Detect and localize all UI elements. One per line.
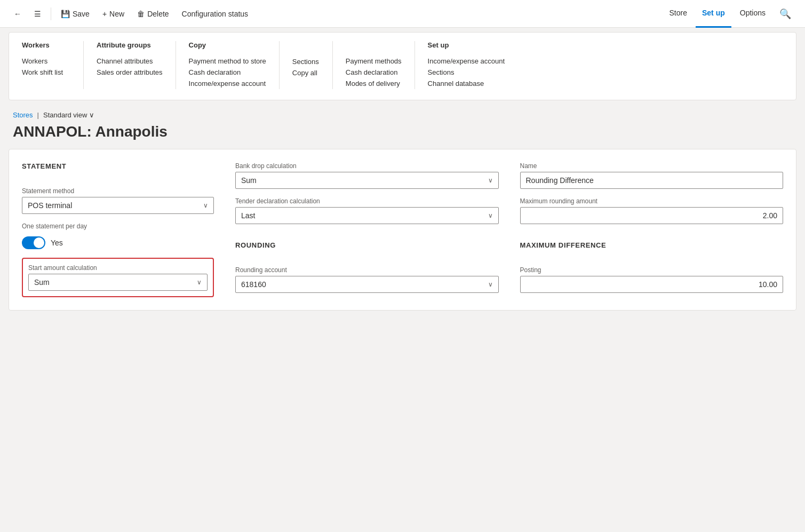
- statement-section-title: STATEMENT: [22, 162, 214, 170]
- rounding-account-chevron-icon: ∨: [488, 281, 493, 288]
- rounding-section-title: ROUNDING: [235, 241, 499, 249]
- bank-drop-col: Bank drop calculation Sum ∨ Tender decla…: [235, 162, 499, 297]
- view-chevron-icon: ∨: [89, 111, 94, 119]
- menu-item-channel-attributes[interactable]: Channel attributes: [97, 55, 163, 67]
- tab-options-label: Options: [740, 9, 766, 17]
- one-statement-toggle[interactable]: [22, 236, 45, 249]
- view-label: Standard view: [43, 111, 87, 119]
- name-input[interactable]: [520, 172, 784, 189]
- form-card: STATEMENT Statement method POS terminal …: [9, 149, 796, 311]
- search-button[interactable]: 🔍: [774, 5, 796, 23]
- menu-group-setup-left: Set up Payment methods Cash declaration …: [333, 41, 415, 89]
- menu-group-attribute: Attribute groups Channel attributes Sale…: [84, 41, 176, 89]
- tab-store-label: Store: [669, 9, 687, 17]
- menu-group-setup-right-title: Set up: [428, 41, 505, 49]
- menu-group-copy-right: Sections Copy all: [280, 41, 333, 89]
- start-amount-label: Start amount calculation: [28, 264, 208, 272]
- mega-menu: Workers Workers Work shift list Attribut…: [9, 32, 796, 100]
- tab-setup[interactable]: Set up: [696, 0, 731, 28]
- start-amount-highlight-box: Start amount calculation Sum ∨: [22, 258, 214, 297]
- start-amount-chevron-icon: ∨: [197, 279, 202, 286]
- breadcrumb: Stores | Standard view ∨: [0, 105, 805, 121]
- breadcrumb-separator: |: [37, 111, 39, 119]
- rounding-account-value: 618160: [241, 280, 266, 289]
- menu-group-setup-right: Set up Income/expense account Sections C…: [415, 41, 518, 89]
- statement-method-label: Statement method: [22, 187, 214, 195]
- menu-item-cash-declaration-copy[interactable]: Cash declaration: [189, 67, 266, 78]
- menu-item-payment-method-to-store[interactable]: Payment method to store: [189, 55, 266, 67]
- tab-setup-label: Set up: [702, 9, 725, 17]
- one-statement-label: One statement per day: [22, 223, 214, 230]
- menu-group-copy-title: Copy: [189, 41, 266, 49]
- max-rounding-label: Maximum rounding amount: [520, 197, 784, 205]
- statement-method-chevron-icon: ∨: [203, 202, 208, 209]
- new-icon: +: [102, 10, 107, 18]
- menu-item-modes-of-delivery[interactable]: Modes of delivery: [346, 78, 402, 89]
- tab-options[interactable]: Options: [734, 0, 772, 28]
- menu-item-sections-copy[interactable]: Sections: [292, 56, 320, 67]
- name-col: Name Maximum rounding amount MAXIMUM DIF…: [520, 162, 784, 297]
- toggle-row: Yes: [22, 236, 214, 249]
- sep1: [51, 7, 51, 20]
- posting-label: Posting: [520, 266, 784, 274]
- tender-decl-chevron-icon: ∨: [488, 212, 493, 219]
- back-icon: ←: [14, 10, 21, 18]
- toggle-knob: [34, 237, 44, 248]
- tab-store[interactable]: Store: [663, 0, 694, 28]
- bank-drop-chevron-icon: ∨: [488, 177, 493, 184]
- new-label: New: [109, 10, 124, 18]
- menu-item-sales-order-attributes[interactable]: Sales order attributes: [97, 67, 163, 78]
- hamburger-button[interactable]: ☰: [29, 6, 46, 21]
- delete-label: Delete: [147, 10, 169, 18]
- bank-drop-value: Sum: [241, 176, 257, 185]
- menu-group-workers: Workers Workers Work shift list: [9, 41, 84, 89]
- toolbar: ← ☰ 💾 Save + New 🗑 Delete Configuration …: [0, 0, 805, 28]
- menu-item-work-shift-list[interactable]: Work shift list: [22, 67, 70, 78]
- statement-method-value: POS terminal: [28, 201, 72, 210]
- rounding-account-label: Rounding account: [235, 266, 499, 274]
- menu-item-income-expense-copy[interactable]: Income/expense account: [189, 78, 266, 89]
- rounding-account-select[interactable]: 618160 ∨: [235, 276, 499, 293]
- menu-item-cash-declaration-setup[interactable]: Cash declaration: [346, 67, 402, 78]
- save-label: Save: [73, 10, 90, 18]
- max-rounding-input[interactable]: [520, 207, 784, 224]
- config-status-button[interactable]: Configuration status: [177, 6, 254, 21]
- menu-item-income-expense-setup[interactable]: Income/expense account: [428, 55, 505, 67]
- statement-col: STATEMENT Statement method POS terminal …: [22, 162, 214, 297]
- menu-item-workers[interactable]: Workers: [22, 55, 70, 67]
- bank-drop-label: Bank drop calculation: [235, 162, 499, 170]
- max-diff-section-title: MAXIMUM DIFFERENCE: [520, 241, 784, 249]
- config-status-label: Configuration status: [182, 10, 249, 18]
- save-icon: 💾: [61, 10, 70, 18]
- menu-item-sections-setup[interactable]: Sections: [428, 67, 505, 78]
- menu-group-attribute-title: Attribute groups: [97, 41, 163, 49]
- menu-item-channel-database[interactable]: Channel database: [428, 78, 505, 89]
- start-amount-value: Sum: [34, 278, 50, 287]
- tender-decl-label: Tender declaration calculation: [235, 197, 499, 205]
- breadcrumb-stores-link[interactable]: Stores: [13, 111, 33, 119]
- posting-input[interactable]: [520, 276, 784, 293]
- back-button[interactable]: ←: [9, 6, 27, 21]
- menu-item-copy-all[interactable]: Copy all: [292, 67, 320, 78]
- save-button[interactable]: 💾 Save: [55, 6, 95, 21]
- name-label: Name: [520, 162, 784, 170]
- delete-button[interactable]: 🗑 Delete: [132, 6, 174, 21]
- tender-decl-value: Last: [241, 211, 255, 220]
- form-grid: STATEMENT Statement method POS terminal …: [22, 162, 783, 297]
- toggle-label: Yes: [51, 239, 63, 247]
- view-dropdown[interactable]: Standard view ∨: [43, 111, 94, 119]
- page-title: ANNAPOL: Annapolis: [0, 121, 805, 149]
- tender-decl-select[interactable]: Last ∨: [235, 207, 499, 224]
- new-button[interactable]: + New: [97, 6, 130, 21]
- delete-icon: 🗑: [137, 10, 145, 18]
- menu-group-workers-title: Workers: [22, 41, 70, 49]
- search-icon: 🔍: [779, 9, 791, 19]
- menu-item-payment-methods[interactable]: Payment methods: [346, 55, 402, 67]
- menu-group-copy: Copy Payment method to store Cash declar…: [176, 41, 280, 89]
- start-amount-select[interactable]: Sum ∨: [28, 274, 208, 291]
- statement-method-select[interactable]: POS terminal ∨: [22, 197, 214, 214]
- hamburger-icon: ☰: [34, 10, 41, 18]
- bank-drop-select[interactable]: Sum ∨: [235, 172, 499, 189]
